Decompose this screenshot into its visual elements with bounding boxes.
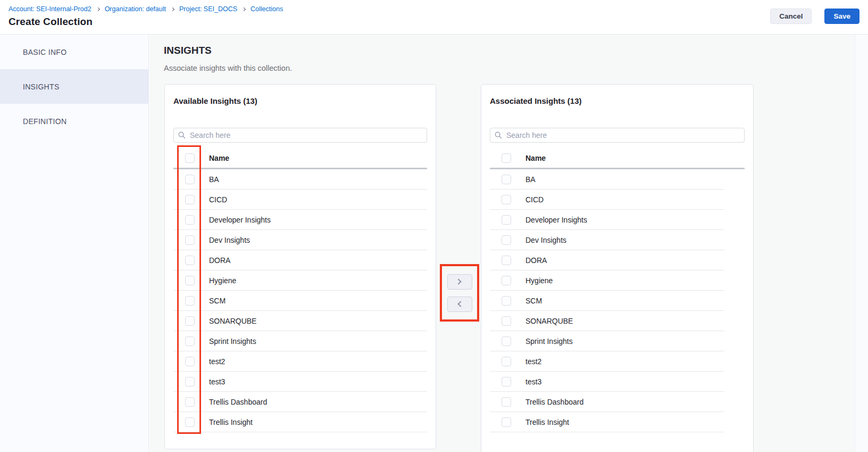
table-row[interactable]: Sprint Insights (490, 331, 724, 351)
row-checkbox[interactable] (502, 235, 511, 245)
row-checkbox[interactable] (185, 175, 195, 184)
row-checkbox[interactable] (185, 235, 195, 245)
save-button[interactable]: Save (824, 9, 859, 24)
chevron-right-icon (242, 7, 246, 11)
create-collection-page: Account: SEI-Internal-Prod2 Organization… (0, 0, 868, 452)
row-label: SCM (209, 297, 226, 305)
associated-search (490, 128, 745, 143)
breadcrumb-link[interactable]: Collections (251, 5, 283, 13)
table-row[interactable]: test3 (173, 372, 427, 392)
row-checkbox[interactable] (185, 296, 195, 306)
table-row[interactable]: CICD (490, 190, 724, 210)
row-checkbox[interactable] (502, 195, 511, 204)
row-label: Trellis Dashboard (209, 398, 267, 406)
row-label: Trellis Insight (525, 418, 569, 426)
table-row[interactable]: SCM (490, 291, 724, 311)
row-checkbox[interactable] (185, 215, 195, 225)
row-checkbox[interactable] (185, 377, 195, 387)
row-checkbox[interactable] (185, 336, 195, 346)
row-checkbox[interactable] (185, 195, 195, 204)
table-row[interactable]: SCM (173, 291, 427, 311)
breadcrumb-link[interactable]: Account: SEI-Internal-Prod2 (9, 5, 91, 13)
row-checkbox[interactable] (502, 377, 511, 387)
row-label: CICD (209, 195, 227, 204)
table-row[interactable]: Developer Insights (173, 210, 427, 230)
table-row[interactable]: test2 (173, 351, 427, 372)
table-row[interactable]: DORA (173, 250, 427, 270)
table-row[interactable]: Trellis Dashboard (173, 392, 427, 412)
row-checkbox[interactable] (185, 357, 195, 366)
table-row[interactable]: Hygiene (490, 270, 724, 291)
associated-insights-panel: Associated Insights (13) Name BA (481, 84, 754, 452)
name-column-header: Name (525, 154, 546, 162)
row-checkbox[interactable] (502, 336, 511, 346)
row-label: Hygiene (525, 276, 553, 285)
row-checkbox[interactable] (185, 316, 195, 326)
chevron-right-icon (171, 7, 174, 11)
move-left-button[interactable] (447, 297, 472, 312)
row-label: BA (525, 175, 536, 184)
row-label: Dev Insights (209, 236, 250, 244)
row-checkbox[interactable] (502, 397, 511, 407)
row-checkbox[interactable] (502, 296, 511, 306)
breadcrumb-link[interactable]: Project: SEI_DOCS (179, 5, 237, 13)
table-row[interactable]: Trellis Insight (173, 412, 427, 432)
row-label: Dev Insights (525, 236, 566, 244)
table-row[interactable]: Hygiene (173, 270, 427, 291)
associated-rows: BA CICD Developer Insights Dev I (490, 169, 745, 432)
scrollbar-gutter[interactable] (855, 35, 868, 452)
row-checkbox[interactable] (185, 276, 195, 285)
row-label: test2 (525, 357, 541, 366)
table-row[interactable]: Dev Insights (173, 230, 427, 250)
row-checkbox[interactable] (185, 417, 195, 427)
move-right-button[interactable] (447, 274, 472, 290)
table-row[interactable]: SONARQUBE (173, 311, 427, 331)
available-search-input[interactable] (173, 128, 427, 143)
select-all-checkbox[interactable] (185, 153, 195, 163)
row-checkbox[interactable] (185, 256, 195, 265)
row-label: test2 (209, 357, 225, 366)
table-row[interactable]: Trellis Insight (490, 412, 724, 432)
available-rows: BA CICD Developer Insights Dev I (173, 169, 427, 432)
associated-search-input[interactable] (490, 128, 745, 143)
table-row[interactable]: Developer Insights (490, 210, 724, 230)
row-label: CICD (525, 195, 544, 204)
row-label: test3 (209, 377, 225, 386)
row-label: Developer Insights (209, 216, 271, 224)
table-row[interactable]: test3 (490, 372, 724, 392)
row-checkbox[interactable] (502, 256, 511, 265)
sidebar-item-basic-info[interactable]: BASIC INFO (0, 35, 148, 69)
select-all-checkbox[interactable] (502, 153, 511, 163)
table-row[interactable]: Trellis Dashboard (490, 392, 724, 412)
available-table: Name BA CICD Developer (173, 149, 427, 432)
associated-table: Name BA CICD Developer (490, 149, 745, 432)
table-row[interactable]: CICD (173, 190, 427, 210)
section-subheading: Associate insights with this collection. (164, 64, 292, 72)
table-row[interactable]: Sprint Insights (173, 331, 427, 351)
row-checkbox[interactable] (502, 417, 511, 427)
table-row[interactable]: test2 (490, 351, 724, 372)
row-label: Sprint Insights (209, 337, 256, 346)
table-row[interactable]: Dev Insights (490, 230, 724, 250)
row-label: SONARQUBE (209, 317, 256, 325)
page-header: Account: SEI-Internal-Prod2 Organization… (0, 0, 868, 35)
row-checkbox[interactable] (502, 357, 511, 366)
table-row[interactable]: SONARQUBE (490, 311, 724, 331)
row-label: Sprint Insights (525, 337, 573, 346)
chevron-right-icon (96, 7, 100, 11)
sidebar-item-definition[interactable]: DEFINITION (0, 104, 148, 138)
breadcrumb-link[interactable]: Organization: default (105, 5, 166, 13)
breadcrumb-item: Account: SEI-Internal-Prod2 (9, 5, 99, 13)
table-row[interactable]: DORA (490, 250, 724, 270)
breadcrumb-item: Organization: default (105, 5, 174, 13)
cancel-button[interactable]: Cancel (770, 9, 812, 24)
table-row[interactable]: BA (490, 169, 724, 190)
row-checkbox[interactable] (502, 276, 511, 285)
table-row[interactable]: BA (173, 169, 427, 190)
row-checkbox[interactable] (185, 397, 195, 407)
row-checkbox[interactable] (502, 316, 511, 326)
available-insights-panel: Available Insights (13) Name BA (164, 84, 436, 449)
row-checkbox[interactable] (502, 215, 511, 225)
row-checkbox[interactable] (502, 175, 511, 184)
sidebar-item-insights[interactable]: INSIGHTS (0, 69, 148, 104)
